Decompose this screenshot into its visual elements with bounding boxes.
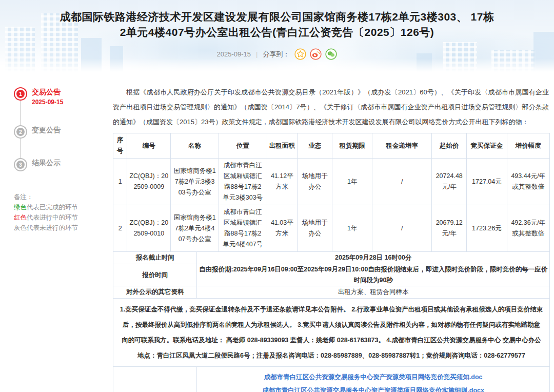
step-1-date: 2025-09-15 [32, 99, 63, 106]
meta-row: 2025-09-15 | 分享到： [0, 48, 554, 60]
cell-lease-term: 1年 [332, 159, 372, 205]
attachment-link[interactable]: 成都市青白江区公共资源交易服务中心资产资源类项目网络竞价竞买须知.doc [200, 371, 546, 383]
col-header-location: 位置 [219, 133, 267, 159]
attachment-link[interactable]: 成都市青白江区公共资源交易服务中心资产资源类项目网络竞价实施细则.docx [200, 385, 546, 392]
cell-location: 成都市青白江区城厢镇德汇路88号17栋2单元4楼407号 [219, 205, 267, 252]
cell-increment: 493.44元/年或其整数倍 [507, 159, 549, 205]
cell-start-price: 20679.12元/年 [432, 205, 467, 252]
table-row: 2 ZC(QBJ)：202509-0010 国家馆商务楼17栋2单元4楼407号… [113, 205, 550, 252]
step-2-label: 变更公告 [32, 126, 61, 135]
cell-number: ZC(QBJ)：202509-0009 [127, 159, 171, 205]
step-3-label: 结果公示 [32, 159, 61, 168]
signup-deadline-label: 报名截止时间 [113, 252, 197, 264]
step-1-texts: 交易公告 2025-09-15 [32, 87, 63, 106]
cell-number: ZC(QBJ)：202509-0010 [127, 205, 171, 252]
other-materials-value: 出租方案、租赁合同样本 [197, 286, 550, 299]
remark-green-text: 代表已完成的环节 [27, 204, 78, 211]
step-change-announcement[interactable]: 2 变更公告 [14, 125, 113, 139]
step-trade-announcement[interactable]: 1 交易公告 2025-09-15 [14, 87, 113, 106]
table-row: 1 ZC(QBJ)：202509-0009 国家馆商务楼17栋2单元3楼303号… [113, 159, 550, 205]
step-1-label: 交易公告 [32, 88, 63, 97]
signup-deadline-value: 2025年09月28日 16时00分 [197, 252, 550, 264]
col-header-lease-term: 租赁期限 [332, 133, 372, 159]
col-header-start-price: 起始价 [432, 133, 467, 159]
content-area: 1 交易公告 2025-09-15 2 变更公告 3 [0, 72, 554, 392]
cell-index: 2 [113, 205, 127, 252]
other-materials-label: 对外公示的其它资料 [113, 286, 197, 299]
page-title: 成都国际铁路港经济技术开发区建设发展有限公司国家馆商务楼17栋2单元3楼303、… [0, 0, 554, 40]
cell-index: 1 [113, 159, 127, 205]
cell-deposit: 1727.04元 [467, 159, 507, 205]
weibo-share-icon[interactable] [310, 48, 322, 60]
cell-name: 国家馆商务楼17栋2单元4楼407号办公室 [171, 205, 219, 252]
cell-location: 成都市青白江区城厢镇德汇路88号17栋2单元3楼303号 [219, 159, 267, 205]
process-sidebar: 1 交易公告 2025-09-15 2 变更公告 3 [0, 72, 113, 392]
step-2-circle: 2 [14, 125, 27, 139]
cell-deposit: 1723.26元 [467, 205, 507, 252]
step-3-number: 3 [16, 161, 25, 169]
page-title-line2: 2单元4楼407号办公室出租公告(青白江公资竞告〔2025〕126号) [0, 25, 554, 40]
publish-date: 2025-09-15 [217, 50, 251, 58]
cell-rent-increase: / [372, 205, 432, 252]
wechat-share-icon[interactable] [325, 48, 337, 60]
info-row-bidding-time: 报价时间 自由报价期:2025年09月16日09:00至2025年09月29日1… [113, 264, 550, 286]
cell-increment: 492.36元/年或其整数倍 [507, 205, 549, 252]
share-to-label: 分享到： [263, 50, 289, 59]
attachments-label: 公告附件 [113, 367, 197, 392]
col-header-name: 名称 [171, 133, 219, 159]
intro-paragraph: 根据《成都市人民政府办公厅关于印发成都市公共资源交易目录（2021年版）》（成办… [113, 85, 550, 129]
cell-name: 国家馆商务楼17栋2单元3楼303号办公室 [171, 159, 219, 205]
remark-red-text: 代表进行中的环节 [27, 214, 78, 221]
col-header-area: 出租面积 [267, 133, 298, 159]
band-fade [0, 58, 554, 72]
page-title-line1: 成都国际铁路港经济技术开发区建设发展有限公司国家馆商务楼17栋2单元3楼303、… [0, 9, 554, 25]
legend-remark: 备注： 绿色代表已完成的环节 红色代表进行中的环节 灰色代表未进行的环节 [14, 192, 113, 233]
attachments-row: 公告附件 成都市青白江区公共资源交易服务中心资产资源类项目网络竞价竞买须知.do… [113, 367, 550, 392]
cell-area: 41.03平方米 [267, 205, 298, 252]
remark-gray-prefix: 灰色 [14, 224, 27, 231]
cell-rent-increase: / [372, 159, 432, 205]
col-header-business: 业态 [298, 133, 332, 159]
col-header-increment: 增价幅度 [507, 133, 549, 159]
qzone-share-icon[interactable] [294, 48, 306, 60]
col-header-number: 编号 [127, 133, 171, 159]
remark-red-prefix: 红色 [14, 214, 27, 221]
step-result-publicity[interactable]: 3 结果公示 [14, 158, 113, 171]
col-header-deposit: 竞买保证金 [467, 133, 507, 159]
step-1-number: 1 [16, 90, 25, 98]
info-table: 报名截止时间 2025年09月28日 16时00分 报价时间 自由报价期:202… [113, 251, 550, 392]
remark-title: 备注： [14, 192, 113, 202]
remark-line-red: 红色代表进行中的环节 [14, 212, 113, 223]
bidding-time-value: 自由报价期:2025年09月16日09:00至2025年09月29日10:00自… [197, 264, 550, 286]
col-header-rent-increase: 租金递增率 [372, 133, 432, 159]
bidding-time-label: 报价时间 [113, 264, 197, 286]
step-2-number: 2 [16, 128, 25, 136]
remark-line-green: 绿色代表已完成的环节 [14, 202, 113, 212]
notes-text: 1.竞买保证金不得代缴，竞买保证金退转条件及不予退还条款请详见本公告附件。 2.… [113, 299, 550, 367]
step-2-texts: 变更公告 [32, 125, 61, 135]
cell-area: 41.12平方米 [267, 159, 298, 205]
step-3-texts: 结果公示 [32, 158, 61, 168]
col-header-index: 序号 [113, 133, 127, 159]
cell-lease-term: 1年 [332, 205, 372, 252]
lots-table: 序号 编号 名称 位置 出租面积 业态 租赁期限 租金递增率 起始价 竞买保证金… [113, 133, 550, 252]
lots-table-header-row: 序号 编号 名称 位置 出租面积 业态 租赁期限 租金递增率 起始价 竞买保证金… [113, 133, 550, 159]
header-band: 成都国际铁路港经济技术开发区建设发展有限公司国家馆商务楼17栋2单元3楼303、… [0, 0, 554, 72]
process-steps: 1 交易公告 2025-09-15 2 变更公告 3 [14, 87, 113, 171]
separator: | [256, 50, 258, 58]
cell-business: 场地用于办公 [298, 205, 332, 252]
notes-row: 1.竞买保证金不得代缴，竞买保证金退转条件及不予退还条款请详见本公告附件。 2.… [113, 299, 550, 367]
step-3-circle: 3 [14, 158, 27, 171]
info-row-signup-deadline: 报名截止时间 2025年09月28日 16时00分 [113, 252, 550, 264]
cell-business: 场地用于办公 [298, 159, 332, 205]
remark-green-prefix: 绿色 [14, 204, 27, 211]
info-row-other-materials: 对外公示的其它资料 出租方案、租赁合同样本 [113, 286, 550, 299]
share-icons [294, 48, 337, 60]
remark-line-gray: 灰色代表未进行的环节 [14, 223, 113, 233]
step-1-circle: 1 [14, 87, 27, 101]
announcement-main: 根据《成都市人民政府办公厅关于印发成都市公共资源交易目录（2021年版）》（成办… [113, 72, 550, 392]
remark-gray-text: 代表未进行的环节 [27, 224, 78, 231]
cell-start-price: 20724.48元/年 [432, 159, 467, 205]
attachments-files: 成都市青白江区公共资源交易服务中心资产资源类项目网络竞价竞买须知.doc 成都市… [197, 367, 550, 392]
